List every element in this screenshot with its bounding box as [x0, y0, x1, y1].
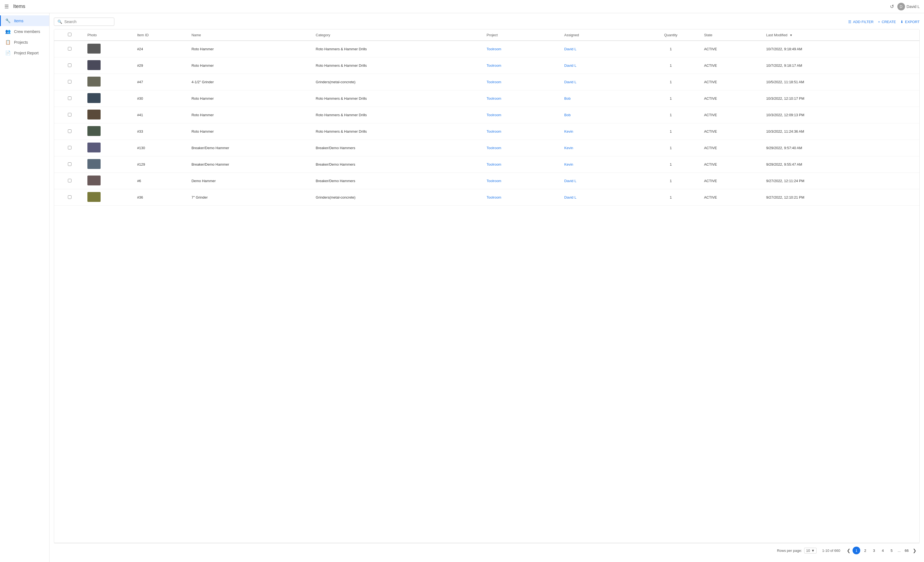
project-link[interactable]: Toolroom — [486, 146, 501, 150]
sidebar-item-label: Projects — [14, 40, 28, 45]
item-project-cell[interactable]: Toolroom — [484, 156, 562, 173]
th-quantity[interactable]: Quantity — [640, 29, 702, 41]
dropdown-icon: ▼ — [812, 549, 815, 553]
item-state-cell: ACTIVE — [702, 156, 764, 173]
page-button-4[interactable]: 4 — [879, 547, 886, 554]
item-project-cell[interactable]: Toolroom — [484, 74, 562, 90]
item-state-cell: ACTIVE — [702, 41, 764, 57]
item-project-cell[interactable]: Toolroom — [484, 90, 562, 107]
item-assigned-cell[interactable]: David L — [562, 74, 640, 90]
assigned-link[interactable]: David L — [564, 195, 576, 199]
item-assigned-cell[interactable]: David L — [562, 57, 640, 74]
project-link[interactable]: Toolroom — [486, 179, 501, 183]
project-link[interactable]: Toolroom — [486, 96, 501, 100]
menu-icon[interactable]: ☰ — [4, 4, 9, 10]
next-page-button[interactable]: ❯ — [912, 547, 917, 554]
search-input[interactable] — [64, 19, 111, 24]
project-link[interactable]: Toolroom — [486, 80, 501, 84]
assigned-link[interactable]: David L — [564, 63, 576, 67]
item-quantity-cell: 1 — [640, 41, 702, 57]
project-link[interactable]: Toolroom — [486, 129, 501, 133]
assigned-link[interactable]: Bob — [564, 96, 570, 100]
assigned-link[interactable]: Kevin — [564, 129, 573, 133]
page-button-5[interactable]: 5 — [888, 547, 896, 554]
item-assigned-cell[interactable]: Kevin — [562, 156, 640, 173]
row-checkbox[interactable] — [68, 63, 72, 67]
item-assigned-cell[interactable]: Bob — [562, 90, 640, 107]
crew-icon: 👥 — [5, 29, 11, 34]
item-project-cell[interactable]: Toolroom — [484, 57, 562, 74]
sidebar-item-report[interactable]: 📄 Project Report — [0, 48, 49, 58]
sidebar-item-crew[interactable]: 👥 Crew members — [0, 26, 49, 37]
create-button[interactable]: + CREATE — [878, 20, 896, 24]
item-category-cell: Breaker/Demo Hammers — [314, 156, 484, 173]
row-checkbox[interactable] — [68, 162, 72, 166]
assigned-link[interactable]: David L — [564, 80, 576, 84]
page-button-3[interactable]: 3 — [870, 547, 878, 554]
page-button-2[interactable]: 2 — [861, 547, 869, 554]
row-checkbox[interactable] — [68, 195, 72, 199]
add-filter-button[interactable]: ☰ ADD FILTER — [848, 20, 874, 24]
table-header-row: Photo Item ID Name Category Project Assi… — [54, 29, 920, 41]
th-name[interactable]: Name — [189, 29, 314, 41]
row-checkbox[interactable] — [68, 146, 72, 149]
item-id-cell: #33 — [135, 123, 189, 140]
prev-page-button[interactable]: ❮ — [846, 547, 852, 554]
item-quantity-cell: 1 — [640, 173, 702, 189]
page-button-66[interactable]: 66 — [903, 547, 910, 554]
th-select-all[interactable] — [54, 29, 85, 41]
project-link[interactable]: Toolroom — [486, 113, 501, 117]
th-state[interactable]: State — [702, 29, 764, 41]
item-name-cell: Demo Hammer — [189, 173, 314, 189]
item-assigned-cell[interactable]: David L — [562, 41, 640, 57]
th-itemid[interactable]: Item ID — [135, 29, 189, 41]
item-assigned-cell[interactable]: Kevin — [562, 140, 640, 156]
sidebar-item-projects[interactable]: 📋 Projects — [0, 37, 49, 48]
sort-icon: ▼ — [790, 33, 793, 37]
topbar-title: Items — [13, 4, 890, 9]
row-checkbox[interactable] — [68, 47, 72, 51]
item-assigned-cell[interactable]: Bob — [562, 107, 640, 123]
assigned-link[interactable]: Kevin — [564, 162, 573, 166]
th-project[interactable]: Project — [484, 29, 562, 41]
th-category[interactable]: Category — [314, 29, 484, 41]
item-project-cell[interactable]: Toolroom — [484, 41, 562, 57]
item-assigned-cell[interactable]: David L — [562, 173, 640, 189]
row-checkbox[interactable] — [68, 80, 72, 84]
sidebar-item-items[interactable]: 🔧 Items — [0, 15, 49, 26]
project-link[interactable]: Toolroom — [486, 195, 501, 199]
project-link[interactable]: Toolroom — [486, 63, 501, 67]
item-project-cell[interactable]: Toolroom — [484, 140, 562, 156]
item-category-cell: Roto Hammers & Hammer Drills — [314, 57, 484, 74]
search-box[interactable]: 🔍 — [54, 18, 114, 26]
rows-per-page-select[interactable]: 10 ▼ — [804, 548, 816, 553]
item-assigned-cell[interactable]: David L — [562, 189, 640, 206]
row-checkbox[interactable] — [68, 129, 72, 133]
item-name-cell: 4-1/2" Grinder — [189, 74, 314, 90]
th-assigned[interactable]: Assigned — [562, 29, 640, 41]
item-id-cell: #47 — [135, 74, 189, 90]
row-checkbox[interactable] — [68, 96, 72, 100]
assigned-link[interactable]: Kevin — [564, 146, 573, 150]
project-link[interactable]: Toolroom — [486, 162, 501, 166]
item-name-cell: Breaker/Demo Hammer — [189, 156, 314, 173]
item-assigned-cell[interactable]: Kevin — [562, 123, 640, 140]
user-menu[interactable]: D David L — [897, 3, 920, 10]
select-all-checkbox[interactable] — [68, 33, 72, 36]
row-checkbox[interactable] — [68, 179, 72, 182]
export-button[interactable]: ⬇ EXPORT — [900, 20, 920, 24]
assigned-link[interactable]: David L — [564, 179, 576, 183]
item-project-cell[interactable]: Toolroom — [484, 123, 562, 140]
row-checkbox[interactable] — [68, 113, 72, 117]
item-project-cell[interactable]: Toolroom — [484, 107, 562, 123]
page-button-1[interactable]: 1 — [852, 547, 860, 554]
item-photo — [87, 110, 100, 120]
assigned-link[interactable]: David L — [564, 47, 576, 51]
assigned-link[interactable]: Bob — [564, 113, 570, 117]
item-project-cell[interactable]: Toolroom — [484, 173, 562, 189]
item-project-cell[interactable]: Toolroom — [484, 189, 562, 206]
item-category-cell: Roto Hammers & Hammer Drills — [314, 90, 484, 107]
refresh-icon[interactable]: ↺ — [890, 4, 894, 10]
project-link[interactable]: Toolroom — [486, 47, 501, 51]
th-lastmodified[interactable]: Last Modified ▼ — [764, 29, 920, 41]
